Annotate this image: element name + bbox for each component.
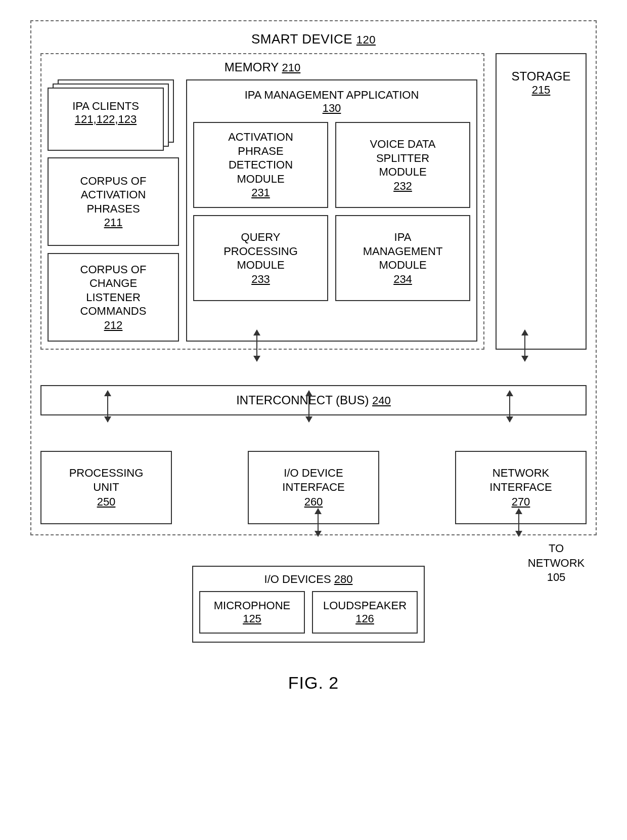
ipa-clients-box: IPA CLIENTS 121,122,123 bbox=[48, 88, 164, 151]
bus-box: INTERCONNECT (BUS) 240 bbox=[40, 385, 587, 415]
ipa-app-title: IPA MANAGEMENT APPLICATION 130 bbox=[193, 89, 470, 115]
ipa-clients-nums: 121,122,123 bbox=[49, 113, 163, 126]
loudspeaker-num: 126 bbox=[355, 612, 374, 625]
io-devices-num: 280 bbox=[334, 573, 353, 585]
query-processing-module: QUERY PROCESSING MODULE 233 bbox=[193, 215, 328, 301]
ipa-app-label: IPA MANAGEMENT APPLICATION bbox=[193, 89, 470, 102]
activation-detection-module: ACTIVATION PHRASE DETECTION MODULE 231 bbox=[193, 122, 328, 208]
memory-container: MEMORY 210 IPA CLIENTS 121,122,123 bbox=[40, 53, 484, 350]
arrow-storage-bus bbox=[524, 330, 525, 361]
storage-box: STORAGE 215 bbox=[496, 53, 587, 350]
ipa-clients-stack: IPA CLIENTS 121,122,123 bbox=[48, 79, 179, 150]
bus-label: INTERCONNECT (BUS) bbox=[236, 393, 369, 407]
io-devices-title: I/O DEVICES 280 bbox=[199, 573, 418, 586]
microphone-box: MICROPHONE 125 bbox=[199, 591, 305, 634]
arrow-netif-network bbox=[518, 509, 519, 536]
arrow-bus-ioif bbox=[308, 391, 309, 422]
to-network-label: TO NETWORK 105 bbox=[506, 541, 607, 585]
microphone-num: 125 bbox=[243, 612, 261, 625]
loudspeaker-label: LOUDSPEAKER bbox=[323, 599, 407, 612]
ipa-app-container: IPA MANAGEMENT APPLICATION 130 ACTIVATIO… bbox=[186, 79, 477, 342]
memory-label: MEMORY bbox=[225, 60, 279, 74]
memory-num: 210 bbox=[282, 61, 301, 74]
storage-label: STORAGE bbox=[497, 69, 586, 83]
smart-device-label: SMART DEVICE bbox=[251, 31, 352, 47]
voice-splitter-module: VOICE DATA SPLITTER MODULE 232 bbox=[335, 122, 470, 208]
processing-unit-box: PROCESSING UNIT 250 bbox=[40, 451, 172, 524]
corpus-activation-box: CORPUS OF ACTIVATION PHRASES 211 bbox=[48, 157, 179, 246]
arrow-bus-netif bbox=[509, 391, 510, 422]
arrow-memory-bus bbox=[256, 330, 257, 361]
smart-device-num: 120 bbox=[356, 33, 376, 46]
bus-num: 240 bbox=[372, 394, 391, 407]
io-devices-label: I/O DEVICES bbox=[264, 573, 331, 585]
microphone-label: MICROPHONE bbox=[214, 599, 291, 612]
storage-num: 215 bbox=[497, 83, 586, 97]
io-interface-box: I/O DEVICE INTERFACE 260 bbox=[248, 451, 379, 524]
corpus-change-box: CORPUS OF CHANGE LISTENER COMMANDS 212 bbox=[48, 253, 179, 342]
ipa-clients-label: IPA CLIENTS bbox=[49, 100, 163, 113]
loudspeaker-box: LOUDSPEAKER 126 bbox=[312, 591, 418, 634]
ipa-management-module: IPA MANAGEMENT MODULE 234 bbox=[335, 215, 470, 301]
arrow-bus-proc bbox=[107, 391, 108, 422]
smart-device-container: SMART DEVICE 120 MEMORY 210 IPA CLIENTS bbox=[30, 20, 597, 535]
memory-title: MEMORY 210 bbox=[48, 60, 477, 74]
smart-device-title: SMART DEVICE 120 bbox=[40, 31, 587, 47]
figure-label: FIG. 2 bbox=[30, 673, 597, 693]
ipa-app-num: 130 bbox=[193, 102, 470, 115]
arrow-ioif-iodev bbox=[318, 509, 319, 536]
io-devices-container: I/O DEVICES 280 MICROPHONE 125 LOUDSPEAK… bbox=[192, 566, 425, 643]
